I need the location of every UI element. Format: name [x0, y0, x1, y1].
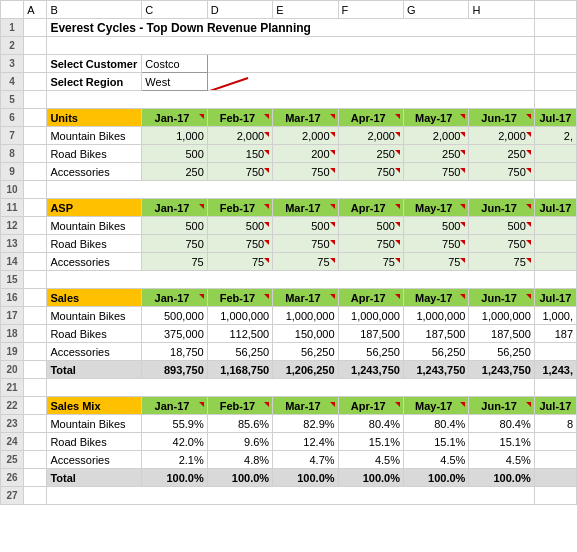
row-21: 21 — [1, 379, 577, 397]
row-2: 2 — [1, 37, 577, 55]
units-acc-may[interactable]: 750 — [403, 163, 468, 181]
rownum-10: 10 — [1, 181, 24, 199]
asp-mb-mar[interactable]: 500 — [273, 217, 338, 235]
asp-jan-header: Jan-17 — [142, 199, 207, 217]
units-acc-apr[interactable]: 750 — [338, 163, 403, 181]
units-jun-header: Jun-17 — [469, 109, 534, 127]
units-acc-row: 9 Accessories 250 750 750 750 750 750 — [1, 163, 577, 181]
salesmix-acc-apr: 4.5% — [338, 451, 403, 469]
sales-mb-label: Mountain Bikes — [47, 307, 142, 325]
asp-acc-mar[interactable]: 75 — [273, 253, 338, 271]
rownum-12: 12 — [1, 217, 24, 235]
sales-section-label: Sales — [47, 289, 142, 307]
salesmix-acc-row: 25 Accessories 2.1% 4.8% 4.7% 4.5% 4.5% … — [1, 451, 577, 469]
asp-acc-feb[interactable]: 75 — [207, 253, 272, 271]
asp-rb-jan[interactable]: 750 — [142, 235, 207, 253]
asp-acc-jun[interactable]: 75 — [469, 253, 534, 271]
sales-mb-mar: 1,000,000 — [273, 307, 338, 325]
sales-jul-header: Jul-17 — [534, 289, 576, 307]
sales-rb-apr: 187,500 — [338, 325, 403, 343]
asp-rb-may[interactable]: 750 — [403, 235, 468, 253]
asp-rb-mar[interactable]: 750 — [273, 235, 338, 253]
units-acc-jan[interactable]: 250 — [142, 163, 207, 181]
units-acc-jul[interactable] — [534, 163, 576, 181]
salesmix-jun-header: Jun-17 — [469, 397, 534, 415]
salesmix-mb-may: 80.4% — [403, 415, 468, 433]
sales-acc-label: Accessories — [47, 343, 142, 361]
units-rb-may[interactable]: 250 — [403, 145, 468, 163]
sales-feb-header: Feb-17 — [207, 289, 272, 307]
asp-mb-feb[interactable]: 500 — [207, 217, 272, 235]
units-mb-may[interactable]: 2,000 — [403, 127, 468, 145]
units-rb-jan[interactable]: 500 — [142, 145, 207, 163]
units-acc-feb[interactable]: 750 — [207, 163, 272, 181]
rownum-8: 8 — [1, 145, 24, 163]
units-rb-apr[interactable]: 250 — [338, 145, 403, 163]
rownum-9: 9 — [1, 163, 24, 181]
rownum-7: 7 — [1, 127, 24, 145]
asp-mb-label: Mountain Bikes — [47, 217, 142, 235]
units-acc-jun[interactable]: 750 — [469, 163, 534, 181]
rownum-24: 24 — [1, 433, 24, 451]
units-mb-apr[interactable]: 2,000 — [338, 127, 403, 145]
select-region-label: Select Region — [47, 73, 142, 91]
units-mb-mar[interactable]: 2,000 — [273, 127, 338, 145]
col-f-header: F — [338, 1, 403, 19]
asp-rb-jun[interactable]: 750 — [469, 235, 534, 253]
asp-mb-jun[interactable]: 500 — [469, 217, 534, 235]
select-region-value[interactable]: West — [142, 73, 207, 91]
units-mb-jan[interactable]: 1,000 — [142, 127, 207, 145]
asp-rb-jul[interactable] — [534, 235, 576, 253]
asp-rb-feb[interactable]: 750 — [207, 235, 272, 253]
asp-section-label: ASP — [47, 199, 142, 217]
asp-acc-may[interactable]: 75 — [403, 253, 468, 271]
col-d-header: D — [207, 1, 272, 19]
salesmix-total-feb: 100.0% — [207, 469, 272, 487]
salesmix-rb-label: Road Bikes — [47, 433, 142, 451]
row-15: 15 — [1, 271, 577, 289]
sales-header-row: 16 Sales Jan-17 Feb-17 Mar-17 Apr-17 May… — [1, 289, 577, 307]
rownum-6: 6 — [1, 109, 24, 127]
svg-line-1 — [207, 78, 248, 91]
asp-may-header: May-17 — [403, 199, 468, 217]
asp-acc-apr[interactable]: 75 — [338, 253, 403, 271]
cell-a1 — [24, 19, 47, 37]
select-customer-value[interactable]: Costco — [142, 55, 207, 73]
salesmix-mar-header: Mar-17 — [273, 397, 338, 415]
sales-total-row: 20 Total 893,750 1,168,750 1,206,250 1,2… — [1, 361, 577, 379]
rownum-13: 13 — [1, 235, 24, 253]
asp-acc-jan[interactable]: 75 — [142, 253, 207, 271]
sales-total-feb: 1,168,750 — [207, 361, 272, 379]
row-27: 27 — [1, 487, 577, 505]
sales-total-apr: 1,243,750 — [338, 361, 403, 379]
corner-cell — [1, 1, 24, 19]
asp-mb-apr[interactable]: 500 — [338, 217, 403, 235]
sales-rb-may: 187,500 — [403, 325, 468, 343]
asp-acc-jul[interactable] — [534, 253, 576, 271]
units-rb-feb[interactable]: 150 — [207, 145, 272, 163]
units-rb-jul[interactable] — [534, 145, 576, 163]
units-rb-mar[interactable]: 200 — [273, 145, 338, 163]
salesmix-jul-header: Jul-17 — [534, 397, 576, 415]
asp-mb-may[interactable]: 500 — [403, 217, 468, 235]
asp-mb-jan[interactable]: 500 — [142, 217, 207, 235]
salesmix-mb-jul: 8 — [534, 415, 576, 433]
sales-road-row: 18 Road Bikes 375,000 112,500 150,000 18… — [1, 325, 577, 343]
salesmix-apr-header: Apr-17 — [338, 397, 403, 415]
salesmix-may-header: May-17 — [403, 397, 468, 415]
asp-mb-jul[interactable] — [534, 217, 576, 235]
units-mb-jul[interactable]: 2, — [534, 127, 576, 145]
col-h-header: H — [469, 1, 534, 19]
units-acc-mar[interactable]: 750 — [273, 163, 338, 181]
asp-acc-row: 14 Accessories 75 75 75 75 75 75 — [1, 253, 577, 271]
sales-acc-jan: 18,750 — [142, 343, 207, 361]
sales-rb-jul: 187 — [534, 325, 576, 343]
units-mb-feb[interactable]: 2,000 — [207, 127, 272, 145]
units-rb-jun[interactable]: 250 — [469, 145, 534, 163]
salesmix-total-jul — [534, 469, 576, 487]
units-may-header: May-17 — [403, 109, 468, 127]
units-mb-jun[interactable]: 2,000 — [469, 127, 534, 145]
col-c-header: C — [142, 1, 207, 19]
rownum-17: 17 — [1, 307, 24, 325]
asp-rb-apr[interactable]: 750 — [338, 235, 403, 253]
